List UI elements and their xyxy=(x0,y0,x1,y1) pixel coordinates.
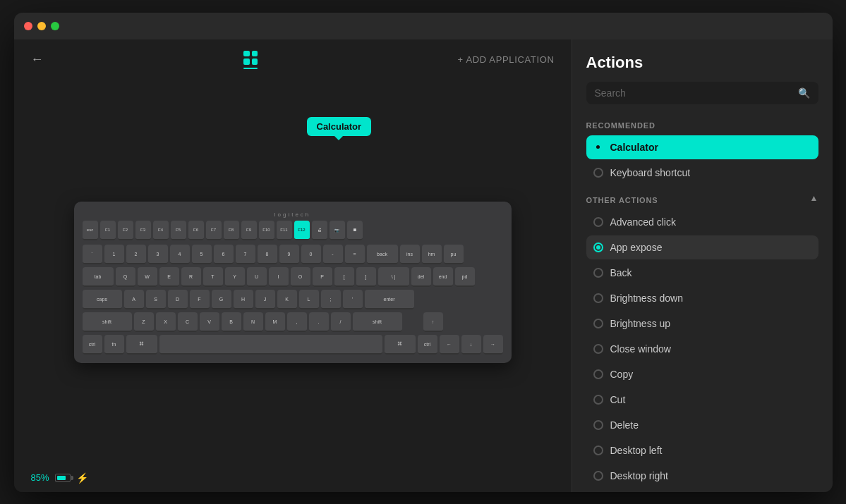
key-t[interactable]: T xyxy=(203,267,223,287)
key-minus[interactable]: - xyxy=(323,245,343,264)
key-pgup[interactable]: pu xyxy=(444,245,464,264)
action-item-brightness-down[interactable]: Brightness down xyxy=(586,286,818,310)
key-f4[interactable]: F4 xyxy=(153,221,169,240)
action-item-keyboard-shortcut[interactable]: Keyboard shortcut xyxy=(586,161,818,185)
key-f[interactable]: F xyxy=(190,290,210,309)
key-v[interactable]: V xyxy=(200,312,219,332)
key-comma[interactable]: , xyxy=(287,312,307,332)
key-f2[interactable]: F2 xyxy=(118,221,133,240)
action-item-close-window[interactable]: Close window xyxy=(586,337,818,361)
action-item-back[interactable]: Back xyxy=(586,261,818,285)
key-period[interactable]: . xyxy=(309,312,329,332)
key-i[interactable]: I xyxy=(269,267,289,287)
key-slash[interactable]: / xyxy=(331,312,351,332)
key-up[interactable]: ↑ xyxy=(423,312,443,332)
key-down[interactable]: ↓ xyxy=(461,335,481,355)
key-ralt[interactable]: ⌘ xyxy=(385,335,416,355)
key-f8[interactable]: F8 xyxy=(224,221,239,240)
key-s[interactable]: S xyxy=(146,290,166,309)
fullscreen-button[interactable] xyxy=(51,22,59,30)
key-w[interactable]: W xyxy=(138,267,157,287)
key-lshift[interactable]: shift xyxy=(83,312,132,332)
key-lctrl[interactable]: ctrl xyxy=(83,335,102,355)
action-item-copy[interactable]: Copy xyxy=(586,362,818,386)
key-u[interactable]: U xyxy=(247,267,267,287)
key-8[interactable]: 8 xyxy=(258,245,277,264)
key-pgdn[interactable]: pd xyxy=(455,267,475,287)
key-n[interactable]: N xyxy=(243,312,263,332)
key-backslash[interactable]: \ | xyxy=(378,267,409,287)
key-g[interactable]: G xyxy=(212,290,231,309)
action-item-advanced-click[interactable]: Advanced click xyxy=(586,210,818,234)
key-rshift[interactable]: shift xyxy=(353,312,402,332)
key-rctrl[interactable]: ctrl xyxy=(418,335,437,355)
key-lbracket[interactable]: [ xyxy=(334,267,354,287)
minimize-button[interactable] xyxy=(37,22,46,30)
key-e[interactable]: E xyxy=(159,267,179,287)
key-p[interactable]: P xyxy=(313,267,332,287)
back-button[interactable]: ← xyxy=(31,52,44,67)
key-2[interactable]: 2 xyxy=(126,245,146,264)
key-m[interactable]: M xyxy=(265,312,285,332)
key-end[interactable]: end xyxy=(433,267,453,287)
key-f6[interactable]: F6 xyxy=(188,221,204,240)
key-backtick[interactable]: ` xyxy=(83,245,102,264)
key-y[interactable]: Y xyxy=(225,267,245,287)
key-l[interactable]: L xyxy=(299,290,319,309)
key-backspace[interactable]: back xyxy=(367,245,398,264)
key-right[interactable]: → xyxy=(483,335,503,355)
key-4[interactable]: 4 xyxy=(170,245,190,264)
key-f3[interactable]: F3 xyxy=(135,221,151,240)
action-item-delete[interactable]: Delete xyxy=(586,413,818,437)
key-k[interactable]: K xyxy=(277,290,297,309)
key-9[interactable]: 9 xyxy=(279,245,299,264)
key-r[interactable]: R xyxy=(181,267,201,287)
key-j[interactable]: J xyxy=(255,290,275,309)
key-d[interactable]: D xyxy=(168,290,188,309)
key-1[interactable]: 1 xyxy=(104,245,124,264)
action-item-dictation[interactable]: Dictation xyxy=(586,489,818,492)
key-f14[interactable]: 📷 xyxy=(330,221,345,240)
key-f11[interactable]: F11 xyxy=(277,221,292,240)
action-item-desktop-left[interactable]: Desktop left xyxy=(586,438,818,462)
key-3[interactable]: 3 xyxy=(148,245,168,264)
key-quote[interactable]: ' xyxy=(343,290,363,309)
key-a[interactable]: A xyxy=(124,290,144,309)
key-esc[interactable]: esc xyxy=(83,221,98,240)
grid-icon-button[interactable] xyxy=(243,51,258,69)
search-input[interactable] xyxy=(595,87,792,99)
key-caps[interactable]: caps xyxy=(83,290,122,309)
action-item-calculator[interactable]: Calculator xyxy=(586,135,818,159)
key-f12[interactable]: F12 xyxy=(294,221,310,240)
key-f1[interactable]: F1 xyxy=(100,221,116,240)
key-q[interactable]: Q xyxy=(116,267,135,287)
action-item-brightness-up[interactable]: Brightness up xyxy=(586,312,818,336)
key-z[interactable]: Z xyxy=(134,312,154,332)
key-home[interactable]: hm xyxy=(422,245,442,264)
key-0[interactable]: 0 xyxy=(301,245,321,264)
action-item-desktop-right[interactable]: Desktop right xyxy=(586,464,818,488)
key-x[interactable]: X xyxy=(156,312,176,332)
key-f7[interactable]: F7 xyxy=(206,221,222,240)
key-left[interactable]: ← xyxy=(440,335,459,355)
key-f9[interactable]: F9 xyxy=(241,221,257,240)
key-rbracket[interactable]: ] xyxy=(356,267,376,287)
key-5[interactable]: 5 xyxy=(192,245,212,264)
key-semicolon[interactable]: ; xyxy=(321,290,341,309)
add-application-button[interactable]: + ADD APPLICATION xyxy=(458,54,555,65)
key-c[interactable]: C xyxy=(178,312,198,332)
key-fn2[interactable]: fn xyxy=(104,335,124,355)
key-6[interactable]: 6 xyxy=(214,245,234,264)
close-button[interactable] xyxy=(24,22,32,30)
key-ins[interactable]: ins xyxy=(400,245,420,264)
key-f15[interactable]: ⏹ xyxy=(347,221,363,240)
key-7[interactable]: 7 xyxy=(236,245,255,264)
key-f10[interactable]: F10 xyxy=(259,221,274,240)
key-o[interactable]: O xyxy=(291,267,310,287)
key-lalt[interactable]: ⌘ xyxy=(126,335,157,355)
chevron-up-icon[interactable]: ▲ xyxy=(810,193,818,203)
action-item-cut[interactable]: Cut xyxy=(586,388,818,412)
action-item-app-expose[interactable]: App expose xyxy=(586,235,818,259)
key-enter[interactable]: enter xyxy=(365,290,414,309)
key-h[interactable]: H xyxy=(234,290,253,309)
